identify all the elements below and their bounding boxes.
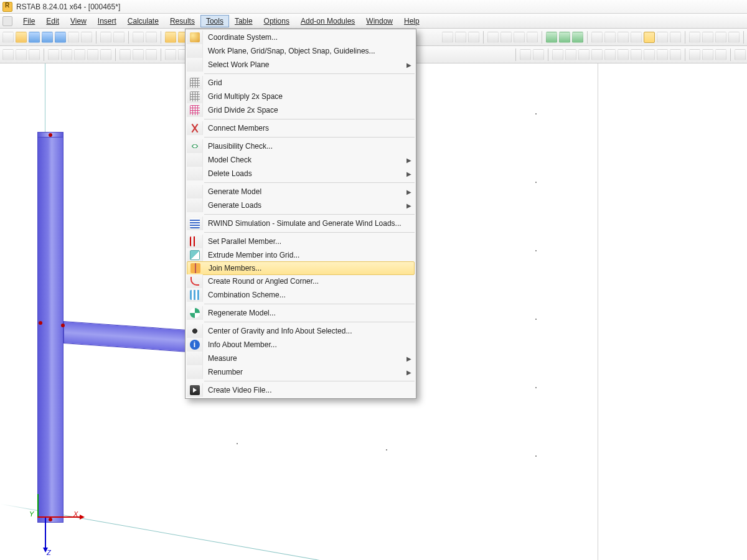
menu-generate-model[interactable]: Generate Model ▶ bbox=[187, 185, 415, 198]
tb2-j-icon[interactable] bbox=[133, 49, 144, 60]
menu-delete-loads[interactable]: Delete Loads ▶ bbox=[187, 167, 415, 180]
tb2-e-icon[interactable] bbox=[61, 49, 72, 60]
tb-saveas-icon[interactable] bbox=[55, 32, 66, 43]
menu-grid[interactable]: Grid bbox=[187, 76, 415, 90]
menu-file[interactable]: File bbox=[17, 15, 40, 27]
tb-u-icon[interactable] bbox=[728, 32, 740, 43]
tb-saveall-icon[interactable] bbox=[42, 32, 53, 43]
tb-select-icon[interactable] bbox=[165, 32, 176, 43]
tb-printreport-icon[interactable] bbox=[81, 32, 92, 43]
model-column[interactable] bbox=[37, 137, 63, 523]
tb2-c-icon[interactable] bbox=[29, 49, 40, 60]
tb-p-icon[interactable] bbox=[657, 32, 668, 43]
tb-undo-icon[interactable] bbox=[133, 32, 144, 43]
tb2-ae-icon[interactable] bbox=[689, 49, 700, 60]
model-node[interactable] bbox=[39, 321, 42, 325]
menu-tools[interactable]: Tools bbox=[200, 15, 229, 27]
tb-d-icon[interactable] bbox=[487, 32, 499, 43]
menu-calculate[interactable]: Calculate bbox=[122, 15, 164, 27]
menu-coordinate-system[interactable]: Coordinate System... bbox=[187, 30, 415, 44]
tb-i-icon[interactable] bbox=[559, 32, 570, 43]
tb2-h-icon[interactable] bbox=[100, 49, 111, 60]
tb-redo-icon[interactable] bbox=[146, 32, 157, 43]
tb-g-icon[interactable] bbox=[527, 32, 538, 43]
tb-r-icon[interactable] bbox=[689, 32, 700, 43]
menu-select-work-plane[interactable]: Select Work Plane ▶ bbox=[187, 58, 415, 72]
tb2-g-icon[interactable] bbox=[87, 49, 98, 60]
model-beam[interactable] bbox=[63, 321, 194, 353]
tb2-u-icon[interactable] bbox=[552, 49, 563, 60]
menu-edit[interactable]: Edit bbox=[40, 15, 65, 27]
tb2-l-icon[interactable] bbox=[165, 49, 176, 60]
tb2-ag-icon[interactable] bbox=[715, 49, 726, 60]
menu-create-corner[interactable]: Create Round or Angled Corner... bbox=[187, 274, 415, 288]
menu-measure[interactable]: Measure ▶ bbox=[187, 352, 415, 365]
tb-e-icon[interactable] bbox=[500, 32, 512, 43]
tb2-s-icon[interactable] bbox=[520, 49, 531, 60]
tb-print-icon[interactable] bbox=[68, 32, 79, 43]
tb-m-icon[interactable] bbox=[618, 32, 629, 43]
document-icon[interactable] bbox=[2, 16, 12, 26]
tb2-d-icon[interactable] bbox=[48, 49, 59, 60]
menu-extrude-member[interactable]: Extrude Member into Grid... bbox=[187, 248, 415, 262]
tb2-f-icon[interactable] bbox=[74, 49, 85, 60]
tb-save-icon[interactable] bbox=[29, 32, 40, 43]
tb-j-icon[interactable] bbox=[572, 32, 583, 43]
tb-o-icon[interactable] bbox=[644, 32, 655, 43]
tb-clipboard2-icon[interactable] bbox=[113, 32, 125, 43]
tb-open-icon[interactable] bbox=[16, 32, 27, 43]
tb2-w-icon[interactable] bbox=[578, 49, 590, 60]
tb-k-icon[interactable] bbox=[591, 32, 603, 43]
tb2-x-icon[interactable] bbox=[591, 49, 603, 60]
tb2-ab-icon[interactable] bbox=[644, 49, 655, 60]
tb2-y-icon[interactable] bbox=[604, 49, 616, 60]
tb-t-icon[interactable] bbox=[715, 32, 726, 43]
tb2-v-icon[interactable] bbox=[565, 49, 576, 60]
tb2-ah-icon[interactable] bbox=[735, 49, 746, 60]
tb2-a-icon[interactable] bbox=[2, 49, 14, 60]
tb-n-icon[interactable] bbox=[631, 32, 642, 43]
menu-help[interactable]: Help bbox=[398, 15, 425, 27]
menu-connect-members[interactable]: Connect Members bbox=[187, 121, 415, 135]
menu-rwind-simulation[interactable]: RWIND Simulation - Simulate and Generate… bbox=[187, 217, 415, 230]
menu-model-check[interactable]: Model Check ▶ bbox=[187, 153, 415, 167]
tb-l-icon[interactable] bbox=[604, 32, 616, 43]
menu-addon-modules[interactable]: Add-on Modules bbox=[295, 15, 360, 27]
menu-join-members[interactable]: Join Members... bbox=[187, 261, 415, 275]
tb-clipboard-icon[interactable] bbox=[100, 32, 111, 43]
menu-renumber[interactable]: Renumber ▶ bbox=[187, 365, 415, 379]
menu-info-about-member[interactable]: i Info About Member... bbox=[187, 338, 415, 352]
menu-plausibility-check[interactable]: Plausibility Check... bbox=[187, 139, 415, 153]
menu-combination-scheme[interactable]: Combination Scheme... bbox=[187, 288, 415, 302]
menu-window[interactable]: Window bbox=[360, 15, 398, 27]
tb-q-icon[interactable] bbox=[670, 32, 681, 43]
tb-s-icon[interactable] bbox=[702, 32, 713, 43]
tb2-ad-icon[interactable] bbox=[670, 49, 681, 60]
tb-h-icon[interactable] bbox=[546, 32, 557, 43]
menu-work-plane-grid-snap[interactable]: Work Plane, Grid/Snap, Object Snap, Guid… bbox=[187, 44, 415, 58]
tb-f-icon[interactable] bbox=[514, 32, 525, 43]
menu-grid-multiply[interactable]: Grid Multiply 2x Space bbox=[187, 90, 415, 103]
tb2-aa-icon[interactable] bbox=[631, 49, 642, 60]
menu-options[interactable]: Options bbox=[258, 15, 295, 27]
menu-generate-loads[interactable]: Generate Loads ▶ bbox=[187, 198, 415, 212]
tb-a-icon[interactable] bbox=[442, 32, 453, 43]
tb-b-icon[interactable] bbox=[455, 32, 466, 43]
tb2-t-icon[interactable] bbox=[533, 49, 544, 60]
menu-table[interactable]: Table bbox=[229, 15, 258, 27]
tb-new-icon[interactable] bbox=[2, 32, 14, 43]
model-node[interactable] bbox=[49, 518, 52, 521]
tb2-af-icon[interactable] bbox=[702, 49, 713, 60]
model-node[interactable] bbox=[49, 133, 52, 137]
menu-center-of-gravity[interactable]: Center of Gravity and Info About Selecte… bbox=[187, 324, 415, 338]
menu-results[interactable]: Results bbox=[164, 15, 200, 27]
menu-regenerate-model[interactable]: Regenerate Model... bbox=[187, 306, 415, 320]
tb2-b-icon[interactable] bbox=[16, 49, 27, 60]
menu-set-parallel-member[interactable]: Set Parallel Member... bbox=[187, 235, 415, 248]
model-node[interactable] bbox=[61, 324, 65, 327]
tb2-ac-icon[interactable] bbox=[657, 49, 668, 60]
menu-create-video-file[interactable]: Create Video File... bbox=[187, 383, 415, 397]
tb2-i-icon[interactable] bbox=[120, 49, 131, 60]
tb2-k-icon[interactable] bbox=[146, 49, 157, 60]
tb-c-icon[interactable] bbox=[468, 32, 479, 43]
